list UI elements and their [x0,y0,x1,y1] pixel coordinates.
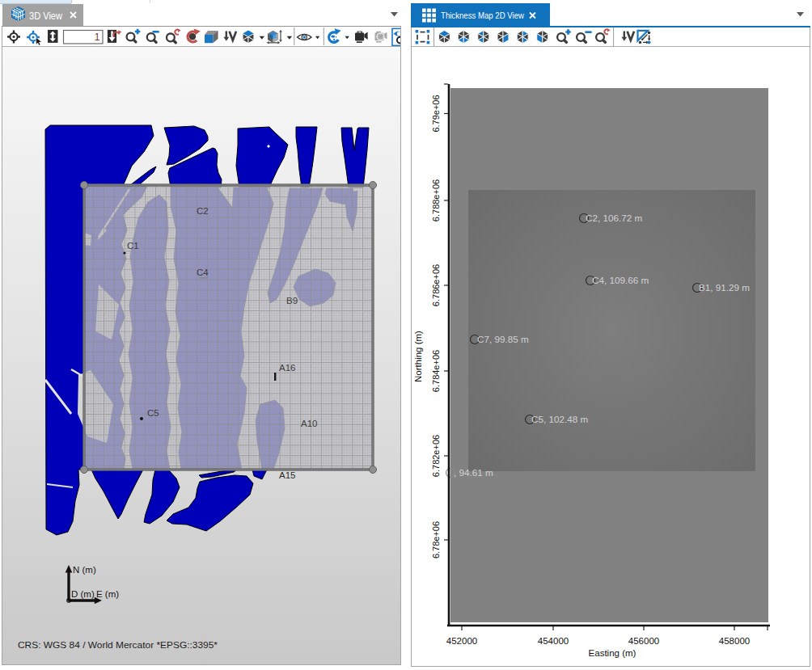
svg-text:Northing (m): Northing (m) [413,331,423,382]
svg-text:C7, 99.85 m: C7, 99.85 m [477,334,529,344]
svg-text:B1, 91.29 m: B1, 91.29 m [699,282,750,293]
svg-text:A10: A10 [301,419,317,428]
svg-text:Thickness Map 2D View: Thickness Map 2D View [441,10,525,20]
svg-text:C2, 106.72 m: C2, 106.72 m [586,213,642,223]
svg-text:CRS: WGS 84 / World Mercator *: CRS: WGS 84 / World Mercator *EPSG::3395… [18,639,218,651]
svg-text:456000: 456000 [628,636,659,646]
svg-text:6.788e+06: 6.788e+06 [431,179,441,221]
svg-text:C4: C4 [197,268,209,277]
svg-text:Easting (m): Easting (m) [589,648,636,658]
svg-text:3D View: 3D View [29,11,62,22]
svg-text:458000: 458000 [719,636,750,646]
svg-text:C5: C5 [147,408,159,418]
svg-text:C2: C2 [197,206,209,216]
svg-text:C4, 109.66 m: C4, 109.66 m [592,275,649,285]
svg-text:B9: B9 [286,296,298,306]
svg-text:A15: A15 [279,470,295,480]
svg-text:C1: C1 [127,241,139,251]
svg-text:D (m): D (m) [71,589,95,599]
svg-text:452000: 452000 [446,636,477,646]
svg-text:N (m): N (m) [73,565,96,575]
svg-text:A16: A16 [279,363,295,373]
svg-text:6.784e+06: 6.784e+06 [431,350,441,392]
svg-text:C5, 102.48 m: C5, 102.48 m [531,414,588,424]
svg-text:6.786e+06: 6.786e+06 [431,264,441,306]
svg-text:454000: 454000 [538,636,569,646]
svg-text:1: 1 [95,32,100,43]
svg-text:6.79e+06: 6.79e+06 [431,95,441,132]
svg-text:6.782e+06: 6.782e+06 [431,435,441,477]
svg-text:, 94.61 m: , 94.61 m [454,467,493,478]
svg-text:E (m): E (m) [96,589,119,599]
svg-text:6.78e+06: 6.78e+06 [431,521,441,558]
